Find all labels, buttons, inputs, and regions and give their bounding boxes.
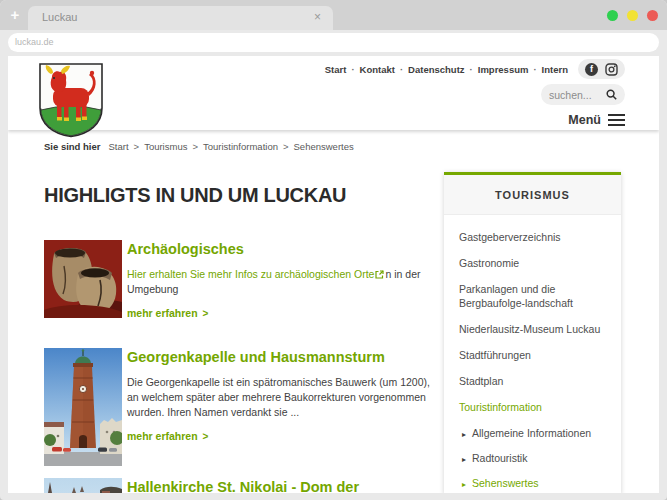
article-external-link[interactable]: Hier erhalten Sie mehr Infos zu archäolo… — [127, 268, 385, 280]
more-link[interactable]: mehr erfahren> — [127, 430, 430, 442]
breadcrumb-separator: > — [192, 141, 198, 152]
sidebar-item-radtouristik[interactable]: ▸Radtouristik — [462, 451, 613, 467]
article-title[interactable]: Georgenkapelle und Hausmannsturm — [127, 348, 430, 367]
breadcrumb-separator: > — [283, 141, 289, 152]
link-separator: · — [533, 64, 536, 75]
article-thumbnail-church[interactable] — [44, 478, 122, 493]
link-separator: · — [351, 64, 354, 75]
tab-close-icon[interactable]: × — [314, 10, 321, 24]
triangle-icon: ▸ — [462, 453, 466, 467]
top-link-intern[interactable]: Intern — [542, 64, 568, 75]
facebook-icon[interactable]: f — [585, 63, 598, 76]
site-header: Start · Kontakt · Datenschutz · Impressu… — [8, 56, 659, 130]
search-icon[interactable] — [606, 89, 617, 100]
breadcrumb-prefix: Sie sind hier — [44, 141, 101, 152]
webpage: Start · Kontakt · Datenschutz · Impressu… — [8, 56, 659, 493]
article-text: Hier erhalten Sie mehr Infos zu archäolo… — [127, 267, 430, 297]
menu-button[interactable]: Menü — [568, 113, 625, 127]
triangle-icon: ▸ — [462, 428, 466, 442]
instagram-icon[interactable] — [605, 63, 618, 76]
address-input[interactable]: luckau.de — [8, 33, 659, 52]
social-links: f — [578, 59, 625, 79]
url-bar: luckau.de — [0, 30, 667, 56]
breadcrumb: Sie sind hier Start > Tourismus > Touris… — [44, 141, 354, 152]
article-title[interactable]: Archäologisches — [127, 240, 430, 259]
tab-title: Luckau — [42, 11, 77, 23]
breadcrumb-tourismus[interactable]: Tourismus — [144, 141, 187, 152]
sidebar-menu: Gastgeberverzeichnis Gastronomie Parkanl… — [444, 215, 621, 493]
breadcrumb-sehenswertes[interactable]: Sehenswertes — [294, 141, 354, 152]
browser-tab[interactable]: Luckau × — [28, 6, 333, 30]
article-text: Die Georgenkapelle ist ein spätromanisch… — [127, 375, 430, 420]
search-input[interactable] — [549, 89, 606, 101]
hamburger-icon — [608, 114, 625, 127]
article-hallenkirche: Hallenkirche St. Nikolai - Dom der — [44, 478, 430, 493]
chevron-right-icon: > — [203, 431, 209, 442]
sidebar-item-gastgeberverzeichnis[interactable]: Gastgeberverzeichnis — [459, 230, 613, 244]
breadcrumb-separator: > — [134, 141, 140, 152]
sidebar-item-touristinformation[interactable]: Touristinformation — [459, 400, 613, 414]
browser-tab-bar: + Luckau × — [0, 0, 667, 30]
window-controls — [607, 10, 658, 21]
top-link-datenschutz[interactable]: Datenschutz — [408, 64, 464, 75]
chevron-right-icon: > — [203, 308, 209, 319]
sidebar-item-parkanlagen[interactable]: Parkanlagen und die Bergbaufolge-landsch… — [459, 282, 613, 310]
triangle-icon: ▸ — [462, 478, 466, 492]
article-thumbnail-pots[interactable] — [44, 240, 122, 318]
top-links: Start · Kontakt · Datenschutz · Impressu… — [325, 59, 625, 79]
luckau-coat-of-arms — [37, 61, 105, 139]
sidebar-item-museum[interactable]: Niederlausitz-Museum Luckau — [459, 322, 613, 336]
sidebar-tourismus: TOURISMUS Gastgeberverzeichnis Gastronom… — [444, 172, 621, 493]
sidebar-title: TOURISMUS — [444, 175, 621, 215]
link-separator: · — [470, 64, 473, 75]
sidebar-item-stadtfuehrungen[interactable]: Stadtführungen — [459, 348, 613, 362]
traffic-light-yellow-icon[interactable] — [627, 10, 638, 21]
article-archaeologisches: Archäologisches Hier erhalten Sie mehr I… — [44, 240, 430, 319]
sidebar-item-stadtplan[interactable]: Stadtplan — [459, 374, 613, 388]
sidebar-item-allgemeine-informationen[interactable]: ▸Allgemeine Informationen — [462, 426, 613, 442]
sidebar-item-gastronomie[interactable]: Gastronomie — [459, 256, 613, 270]
browser-window: + Luckau × luckau.de Start · Kontakt · D… — [0, 0, 667, 500]
article-thumbnail-tower[interactable] — [44, 348, 122, 466]
menu-label: Menü — [568, 113, 601, 127]
article-title[interactable]: Hallenkirche St. Nikolai - Dom der — [127, 478, 430, 493]
search-box[interactable] — [541, 84, 625, 105]
top-link-start[interactable]: Start — [325, 64, 347, 75]
external-link-icon — [375, 270, 384, 279]
more-link[interactable]: mehr erfahren> — [127, 307, 430, 319]
breadcrumb-touristinformation[interactable]: Touristinformation — [203, 141, 278, 152]
breadcrumb-start[interactable]: Start — [109, 141, 129, 152]
sidebar-item-sehenswertes[interactable]: ▸Sehenswertes — [462, 476, 613, 492]
article-georgenkapelle: Georgenkapelle und Hausmannsturm Die Geo… — [44, 348, 430, 466]
link-separator: · — [400, 64, 403, 75]
traffic-light-red-icon[interactable] — [647, 10, 658, 21]
top-link-kontakt[interactable]: Kontakt — [360, 64, 395, 75]
new-tab-button[interactable]: + — [8, 8, 22, 22]
traffic-light-green-icon[interactable] — [607, 10, 618, 21]
page-title: HIGHLIGTS IN UND UM LUCKAU — [44, 184, 346, 207]
top-link-impressum[interactable]: Impressum — [478, 64, 529, 75]
